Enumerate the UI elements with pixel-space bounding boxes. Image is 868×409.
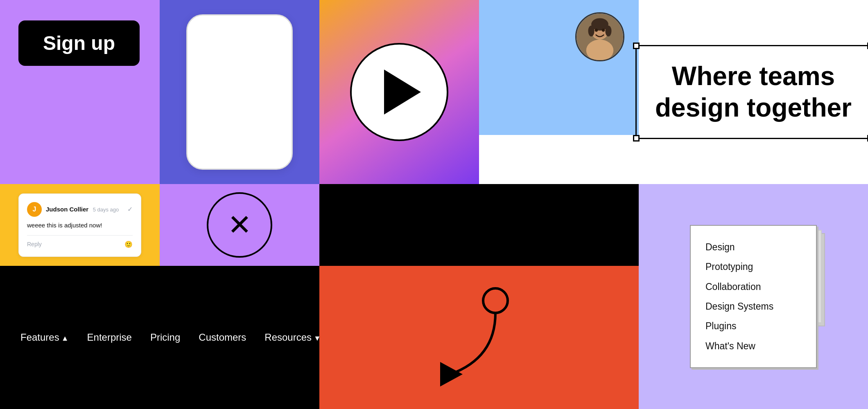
tagline-box: Where teams design together <box>635 45 868 139</box>
commenter-name: Judson Collier <box>46 206 88 213</box>
comment-text: weeee this is adjusted now! <box>27 222 133 229</box>
black-mid2-cell <box>479 184 639 266</box>
avatar-cell <box>479 0 639 135</box>
tagline-cell: Where teams design together <box>639 0 868 184</box>
comment-header: J Judson Collier 5 days ago ✓ <box>27 202 133 217</box>
reply-label[interactable]: Reply <box>27 241 42 247</box>
features-list: Design Prototyping Collaboration Design … <box>705 237 801 356</box>
corner-bl <box>633 135 640 142</box>
feature-item-collaboration: Collaboration <box>705 277 801 297</box>
nav-features[interactable]: Features <box>20 332 69 343</box>
play-button[interactable] <box>350 43 448 141</box>
play-cell <box>319 0 479 184</box>
feature-item-design-systems: Design Systems <box>705 297 801 316</box>
svg-point-7 <box>595 29 598 32</box>
signup-button[interactable]: Sign up <box>18 20 140 66</box>
tagline-line1: Where teams <box>672 61 835 91</box>
svg-point-8 <box>602 29 605 32</box>
svg-point-6 <box>605 25 611 36</box>
comment-cell: J Judson Collier 5 days ago ✓ weeee this… <box>0 184 160 266</box>
close-cell: ✕ <box>160 184 319 266</box>
signup-cell: Sign up <box>0 0 160 184</box>
nav-resources[interactable]: Resources <box>264 332 321 343</box>
emoji-icon[interactable]: 🙂 <box>124 240 133 248</box>
avatar-white-cell <box>479 135 639 184</box>
corner-tl <box>633 43 640 49</box>
tagline-line2: design together <box>655 93 852 122</box>
phone-cell <box>160 0 319 184</box>
avatar <box>575 12 624 61</box>
path-svg <box>418 276 540 399</box>
svg-point-10 <box>483 288 508 313</box>
close-button[interactable]: ✕ <box>207 192 272 258</box>
nav-customers[interactable]: Customers <box>199 332 246 343</box>
feature-item-prototyping: Prototyping <box>705 257 801 276</box>
play-icon <box>384 70 421 115</box>
black-mid-cell <box>319 184 479 266</box>
features-cell: Design Prototyping Collaboration Design … <box>639 184 868 409</box>
check-icon: ✓ <box>127 205 133 213</box>
feature-item-plugins: Plugins <box>705 316 801 336</box>
commenter-avatar: J <box>27 202 42 217</box>
nav-pricing[interactable]: Pricing <box>150 332 180 343</box>
phone-mockup <box>186 14 293 170</box>
svg-point-5 <box>588 25 594 36</box>
features-paper-stack: Design Prototyping Collaboration Design … <box>690 225 817 368</box>
comment-divider <box>27 235 133 236</box>
nav-cell: Features Enterprise Pricing Customers Re… <box>0 266 319 409</box>
comment-footer: Reply 🙂 <box>27 240 133 248</box>
nav-enterprise[interactable]: Enterprise <box>87 332 132 343</box>
features-paper: Design Prototyping Collaboration Design … <box>690 225 817 368</box>
feature-item-whats-new: What's New <box>705 336 801 356</box>
close-icon: ✕ <box>228 211 252 239</box>
comment-time: 5 days ago <box>93 207 119 213</box>
feature-item-design: Design <box>705 237 801 257</box>
comment-card: J Judson Collier 5 days ago ✓ weeee this… <box>18 193 141 257</box>
svg-marker-11 <box>440 362 463 387</box>
red-cell <box>319 266 639 409</box>
